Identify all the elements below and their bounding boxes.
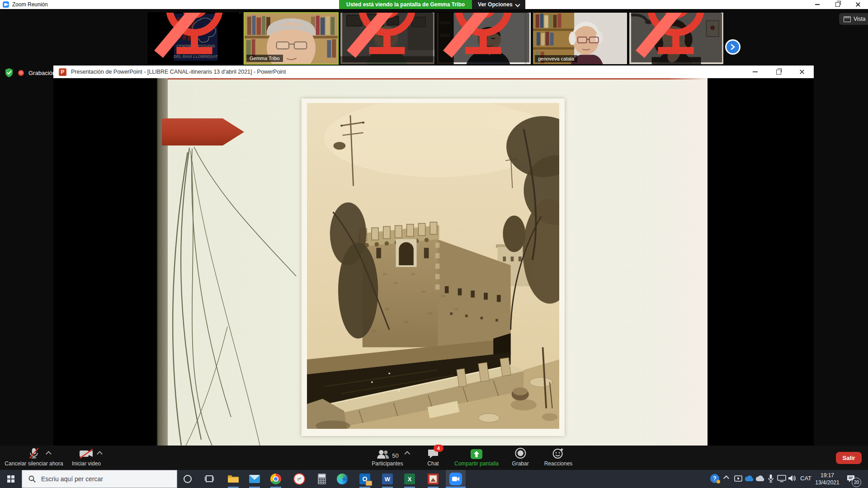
zoom-logo-icon [3,1,9,8]
presentation-slide [157,78,708,446]
restore-button[interactable] [767,66,790,78]
screen-share-banner: Usted está viendo la pantalla de Gemma T… [339,0,525,9]
recording-dot-icon [18,70,24,76]
notification-badge: 20 [852,478,861,487]
unmute-label: Cancelar silenciar ahora [5,460,63,467]
recording-indicator: Grabación [5,68,56,78]
powerpoint-window: P Presentación de PowerPoint - [LLIBRE C… [53,66,814,446]
view-options-button[interactable]: Ver Opciones [472,0,525,9]
share-screen-button[interactable]: Compartir pantalla [454,447,499,467]
chat-badge: 4 [434,445,443,452]
zoom-titlebar: Zoom Reunión Usted está viendo la pantal… [0,0,868,9]
taskbar-search[interactable] [22,470,177,488]
chevron-up-icon [46,451,52,457]
participant-name: Xavi Paz [439,12,529,62]
share-screen-label: Compartir pantalla [454,460,499,467]
zoom-meeting-screen: Zoom Reunión Usted está viendo la pantal… [0,0,868,488]
chevron-up-icon [405,451,410,457]
share-screen-icon [471,447,482,459]
excel-icon[interactable]: X [403,472,416,486]
share-banner-text: Usted está viendo la pantalla de Gemma T… [339,0,472,9]
record-label: Grabar [512,460,528,467]
participant-name: Neus Ribas (Centr... [150,12,241,62]
search-icon [28,475,36,483]
snipping-tool-icon[interactable]: ✂ [292,472,306,486]
image-viewer-icon[interactable] [426,472,440,486]
file-explorer-icon[interactable] [226,472,240,486]
cortana-icon[interactable] [181,472,194,486]
windows-logo-icon [7,475,14,483]
reactions-icon [552,447,564,459]
reactions-label: Reacciones [544,460,573,467]
tray-expand-icon[interactable] [724,476,728,480]
task-view-icon[interactable] [203,472,216,486]
onedrive-tray-icon[interactable] [744,475,754,482]
powerpoint-window-controls [743,66,814,78]
clock[interactable]: 19:17 13/4/2021 [813,472,842,486]
minimize-button[interactable] [807,0,827,9]
participant-name: Marc - Fet a Sant F... [342,12,433,62]
start-button[interactable] [0,470,22,488]
slide-top-rule [157,78,708,80]
chrome-icon[interactable] [269,472,283,486]
close-button[interactable] [790,66,814,78]
close-button[interactable] [848,0,868,9]
reactions-button[interactable]: Reacciones [544,447,573,467]
microphone-tray-icon[interactable] [768,474,774,483]
minimize-button[interactable] [743,66,767,78]
record-icon [514,447,526,459]
cloud-tray-icon[interactable] [755,475,765,482]
edge-icon[interactable] [335,472,349,486]
help-tray-icon[interactable]: ? [710,474,719,483]
time: 19:17 [813,472,842,479]
word-icon[interactable]: W [381,472,394,486]
zoom-taskbar-icon[interactable] [449,472,462,486]
participants-button[interactable]: 50 Participantes [372,447,403,467]
mic-muted-icon [633,12,719,61]
chat-button[interactable]: 4 Chat [427,447,439,467]
powerpoint-titlebar[interactable]: P Presentación de PowerPoint - [LLIBRE C… [53,66,814,78]
participants-icon: 50 [376,447,398,459]
mail-icon[interactable] [248,472,261,486]
calculator-icon[interactable] [315,472,329,486]
participant-video-gemma-tribo[interactable]: Gemma Tribo [244,12,339,65]
participant-video-neus-ribas[interactable]: CENTRE D'ESTUDIS COMARCALS DEL BAIX LLOB… [147,12,242,65]
red-arrow-shape [162,118,244,145]
mic-muted-icon [28,447,40,459]
start-video-label: Iniciar video [72,460,101,467]
network-tray-icon[interactable] [777,475,786,482]
start-video-button[interactable]: Iniciar video [71,447,102,467]
mic-muted-icon [344,12,430,61]
next-participants-button[interactable] [725,39,741,55]
zoom-toolbar: Cancelar silenciar ahora Iniciar video [0,446,868,470]
language-indicator[interactable]: CAT [800,475,811,482]
participant-video-marc[interactable]: Marc - Fet a Sant F... [340,12,435,65]
participant-video-genoveva-catala[interactable]: genoveva catala [533,12,627,65]
vista-view-button[interactable]: Vista [839,13,868,25]
participant-video-esther-hachuel[interactable]: Esther Hachuel (Ce... [629,12,724,65]
mic-muted-icon [440,12,526,61]
sepia-canal-photo [302,99,565,436]
outlook-icon[interactable]: O [358,472,372,486]
unmute-button[interactable]: Cancelar silenciar ahora [5,447,63,467]
record-button[interactable]: Grabar [512,447,528,467]
participants-count: 50 [392,452,398,459]
participant-video-xavi-paz[interactable]: Xavi Paz [436,12,531,65]
participants-video-strip: CENTRE D'ESTUDIS COMARCALS DEL BAIX LLOB… [0,9,868,66]
date: 13/4/2021 [813,479,842,486]
participants-label: Participantes [372,460,403,467]
shield-check-icon [5,68,14,78]
chevron-up-icon [97,451,103,457]
zoom-window-controls [807,0,868,9]
participant-name: Esther Hachuel (Ce... [631,12,722,62]
zoom-app-title: Zoom Reunión [3,0,48,9]
restore-button[interactable] [827,0,848,9]
volume-tray-icon[interactable] [788,474,797,482]
grass-decoration [160,146,300,446]
participant-name: Gemma Tribo [246,55,283,62]
screen-record-tray-icon[interactable] [734,475,742,482]
chevron-right-icon [726,41,739,53]
leave-meeting-button[interactable]: Salir [836,452,862,464]
chat-icon: 4 [427,447,439,459]
search-input[interactable] [40,475,155,483]
